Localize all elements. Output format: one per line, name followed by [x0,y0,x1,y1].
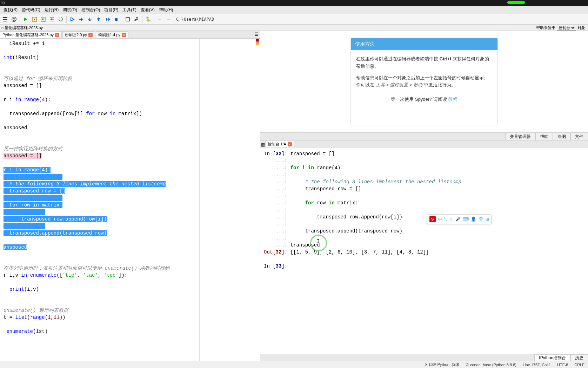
toolbar-forward-icon[interactable]: → [165,15,172,23]
right-pane: 使用方法 在这里你可以通过在编辑器或者终端中按 Ctrl+I 来获得任何对象的帮… [260,31,588,361]
toolbar-debug-continue-icon[interactable] [103,15,111,23]
menu-debug[interactable]: 调试(D) [61,7,79,13]
hamburger-icon[interactable]: ☰ [255,32,259,37]
editor-tab-label: 粉刷匠2.0.py [65,32,87,38]
toolbar-python-icon[interactable]: 🐍 [144,15,152,23]
window-titlebar: 8) [0,0,588,6]
statusbar: ✕ LSP Python: 就绪 ⊙ conda: base (Python 3… [0,361,588,368]
ime-user-icon[interactable]: 👤 [471,217,476,222]
toolbar-separator [142,16,142,23]
toolbar-path: C:\Users\MIAPAD [176,17,214,22]
editor-tab-label: Python 量化编程基础-2023.py [2,32,54,38]
console-tab-1[interactable]: 控制台 1/A × [265,141,294,147]
tab-help[interactable]: 帮助 [535,133,553,140]
editor-tab-main[interactable]: Python 量化编程基础-2023.py × [0,31,62,38]
breadcrumb-path: n 量化编程基础-2023.py [1,25,536,31]
menu-find[interactable]: 查找(S) [1,7,20,13]
breadcrumb-row: n 量化编程基础-2023.py 帮助来源于 控制台 对象 [0,25,588,31]
toolbar-debug-stepinto-icon[interactable] [86,15,94,23]
main-area: Python 量化编程基础-2023.py × 粉刷匠2.0.py × 粉刷匠1… [0,31,588,361]
ime-sogou-icon[interactable]: S [429,216,436,222]
status-encoding: UTF-8 [557,363,568,367]
toolbar-debug-stop-icon[interactable] [112,15,120,23]
right-pane-tabs: 变量管理器 帮助 绘图 文件 [260,133,588,140]
close-icon[interactable]: × [122,33,126,37]
toolbar-wrench-icon[interactable] [133,15,140,23]
help-source-label: 帮助来源于 [536,25,555,31]
menu-source[interactable]: 源代码(C) [20,7,42,13]
toolbar-separator [20,16,20,23]
menu-view[interactable]: 查看(V) [139,7,157,13]
editor-tabs: Python 量化编程基础-2023.py × 粉刷匠2.0.py × 粉刷匠1… [0,31,260,39]
ime-mic-icon[interactable]: 🎤 [455,217,461,222]
toolbar-max-icon[interactable] [124,15,132,23]
ime-grid-icon[interactable]: ⊞ [486,217,489,222]
menu-help[interactable]: 帮助(H) [157,7,175,13]
toolbar-separator [122,16,122,23]
toolbar-list-icon[interactable] [1,15,9,23]
tab-plots[interactable]: 绘图 [553,133,570,140]
ime-zhong-icon[interactable]: 中 [438,216,442,222]
help-card: 使用方法 在这里你可以通过在编辑器或者终端中按 Ctrl+I 来获得任何对象的帮… [350,38,498,125]
grid-icon[interactable]: ▦ [260,142,265,147]
help-card-body: 在这里你可以通过在编辑器或者终端中按 Ctrl+I 来获得任何对象的帮助信息。 … [351,50,497,111]
toolbar-separator [154,16,154,23]
svg-rect-3 [126,18,129,21]
toolbar-run-cell-icon[interactable] [31,15,38,23]
menubar: 查找(S) 源代码(C) 运行(R) 调试(D) 控制台(O) 项目(P) 工具… [0,6,588,14]
toolbar-run-cell-advance-icon[interactable] [39,15,47,23]
toolbar: @ 🐍 ← → C:\Users\MIAPAD [0,14,588,25]
editor-pane: Python 量化编程基础-2023.py × 粉刷匠2.0.py × 粉刷匠1… [0,31,260,361]
editor-tab-3[interactable]: 粉刷匠1.4.py × [96,31,128,38]
close-icon[interactable]: × [55,33,59,37]
ime-skin-icon[interactable]: 👕 [478,217,483,222]
menu-tools[interactable]: 工具(T) [120,7,138,13]
tab-history[interactable]: 历史 [570,354,588,361]
close-icon[interactable]: × [88,33,93,37]
ime-emoji-icon[interactable]: ☺ [449,217,453,222]
tab-variable-explorer[interactable]: 变量管理器 [505,133,535,140]
console-tabs: ▦ 控制台 1/A × [260,140,588,147]
titlebar-indicator [507,1,525,4]
menu-console[interactable]: 控制台(O) [79,7,102,13]
editor-content[interactable]: iResult += i int(iResult) 可以通过 for 循环来实现… [0,39,260,336]
toolbar-run-selection-icon[interactable] [48,15,56,23]
status-position: Line 1757, Col 1 [523,363,551,367]
status-conda[interactable]: ⊙ conda: base (Python 3.8.8) [466,362,516,367]
toolbar-back-icon[interactable]: ← [156,15,163,23]
status-eol: CRLF [574,363,584,367]
editor-body[interactable]: iResult += i int(iResult) 可以通过 for 循环来实现… [0,39,260,361]
menu-run[interactable]: 运行(R) [42,7,61,13]
toolbar-rerun-icon[interactable] [57,15,65,23]
toolbar-run-icon[interactable] [22,15,29,23]
editor-scrollmarks [256,39,259,46]
svg-rect-2 [115,18,118,21]
ime-keyboard-icon[interactable]: ⌨ [463,217,469,222]
toolbar-debug-step-icon[interactable] [77,15,85,23]
editor-tab-label: 粉刷匠1.4.py [98,32,120,38]
tab-files[interactable]: 文件 [570,133,588,140]
ime-punct-icon[interactable]: °, [444,217,447,222]
help-card-title: 使用方法 [351,38,497,50]
titlebar-text: 8) [0,0,5,5]
tutorial-link[interactable]: 教程 [448,97,457,102]
toolbar-at-icon[interactable]: @ [10,15,18,23]
console-tab-label: 控制台 1/A [268,142,286,147]
toolbar-debug-start-icon[interactable] [68,15,76,23]
status-lsp: ✕ LSP Python: 就绪 [425,362,459,367]
menu-project[interactable]: 项目(P) [102,7,120,13]
toolbar-debug-stepout-icon[interactable] [95,15,102,23]
editor-tab-2[interactable]: 粉刷匠2.0.py × [62,31,95,38]
help-object-label: 对象 [577,25,585,31]
close-icon[interactable]: × [288,142,292,146]
console-body[interactable]: In [32]: transposed = [] ...: ...: for i… [260,147,588,354]
console-pane: ▦ 控制台 1/A × In [32]: transposed = [] ...… [260,140,588,361]
help-source-select[interactable]: 控制台 [557,25,576,31]
tab-ipython-console[interactable]: IPython控制台 [534,354,570,361]
editor-ruler [199,39,200,361]
toolbar-separator [66,16,67,23]
bottom-tabs: IPython控制台 历史 [260,354,588,361]
ime-toolbar[interactable]: S 中 °, ☺ 🎤 ⌨ 👤 👕 ⊞ [427,214,492,224]
help-pane: 使用方法 在这里你可以通过在编辑器或者终端中按 Ctrl+I 来获得任何对象的帮… [260,31,588,133]
